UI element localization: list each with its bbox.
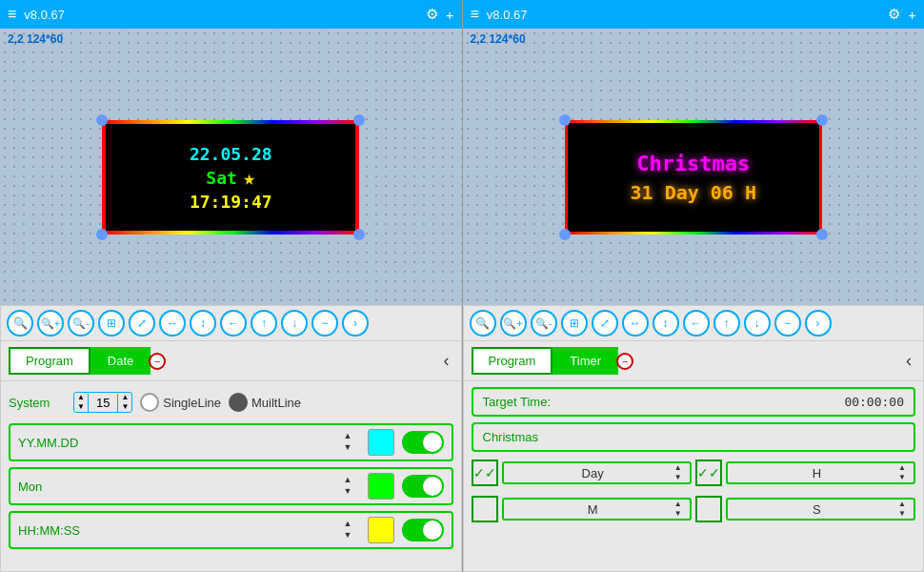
mon-toggle[interactable] (402, 475, 444, 498)
left-tab-delete[interactable]: − (149, 353, 166, 370)
r-expand-btn[interactable]: ⤢ (592, 310, 618, 337)
system-up-arrow2[interactable]: ▲ (121, 393, 129, 402)
r-zoom-out-btn[interactable]: 🔍- (531, 310, 557, 337)
r-zoom-fit-btn[interactable]: 🔍 (470, 310, 496, 337)
m-unit-cell: M ▲ ▼ (502, 498, 692, 521)
h-expand-btn[interactable]: ↔ (159, 310, 186, 337)
r-move-down-btn[interactable]: ↓ (744, 310, 771, 337)
r-minus-btn[interactable]: − (774, 310, 801, 337)
main-display-area: 2,2 124*60 22.05.28 Sat ★ 17:19:47 2, (0, 29, 924, 305)
settings-icon-right[interactable]: ⚙ (888, 6, 900, 23)
time-label: HH:MM:SS (18, 523, 336, 538)
m-down[interactable]: ▼ (674, 509, 682, 519)
left-toolbar: 🔍 🔍+ 🔍- ⊞ ⤢ ↔ ↕ ← ↑ ↓ − › (1, 306, 461, 341)
r-move-up-btn[interactable]: ↑ (713, 310, 740, 337)
date-color-swatch[interactable] (368, 429, 394, 456)
system-down-arrow2[interactable]: ▼ (121, 402, 129, 412)
date-toggle[interactable] (402, 431, 444, 454)
system-spinner-arrows2[interactable]: ▲ ▼ (118, 393, 131, 411)
v-expand-btn[interactable]: ↕ (190, 310, 216, 337)
system-down-arrow[interactable]: ▼ (77, 402, 85, 412)
zoom-fit-btn[interactable]: 🔍 (7, 310, 33, 337)
right-m-s-row: M ▲ ▼ S ▲ ▼ (472, 494, 916, 524)
h-arrows[interactable]: ▲ ▼ (898, 463, 906, 483)
r-h-expand-btn[interactable]: ↔ (622, 310, 649, 337)
right-toolbar: 🔍 🔍+ 🔍- ⊞ ⤢ ↔ ↕ ← ↑ ↓ − › (464, 306, 924, 341)
r-next-btn[interactable]: › (805, 310, 832, 337)
right-timer-tab[interactable]: Timer (552, 347, 618, 375)
target-time-value: 00:00:00 (844, 395, 904, 409)
next-btn[interactable]: › (342, 310, 369, 337)
h-up[interactable]: ▲ (898, 463, 906, 473)
add-icon-right[interactable]: + (908, 7, 916, 23)
corner-dot-tl-r (559, 114, 571, 126)
day-down[interactable]: ▼ (674, 473, 682, 482)
minus-btn[interactable]: − (311, 310, 338, 337)
left-program-tab[interactable]: Program (9, 347, 90, 375)
mon-arrows[interactable]: ▲ ▼ (344, 475, 352, 497)
zoom-in-btn[interactable]: 🔍+ (37, 310, 64, 337)
expand-btn[interactable]: ⤢ (129, 310, 155, 337)
left-date-tab[interactable]: Date (90, 347, 151, 375)
s-up[interactable]: ▲ (898, 500, 906, 509)
system-spinner-arrows[interactable]: ▲ ▼ (74, 393, 88, 411)
m-arrows[interactable]: ▲ ▼ (674, 500, 682, 520)
zoom-out-btn[interactable]: 🔍- (68, 310, 94, 337)
right-program-tab[interactable]: Program (472, 347, 553, 375)
date-format-up[interactable]: ▲ (344, 431, 352, 442)
mult-line-radio[interactable] (229, 393, 248, 412)
day-up[interactable]: ▲ (674, 463, 682, 473)
s-arrows[interactable]: ▲ ▼ (898, 500, 906, 520)
left-tab-row: Program Date − ‹ (1, 341, 461, 381)
date-format-arrows[interactable]: ▲ ▼ (344, 431, 352, 453)
system-up-arrow[interactable]: ▲ (77, 393, 85, 402)
left-system-row: System ▲ ▼ 15 ▲ ▼ SingleLine (9, 387, 453, 418)
time-up[interactable]: ▲ (344, 519, 352, 530)
mon-down[interactable]: ▼ (344, 486, 352, 498)
mon-up[interactable]: ▲ (344, 475, 352, 486)
left-display-day: Sat ★ (206, 166, 255, 190)
mon-color-swatch[interactable] (368, 473, 394, 500)
right-tab-collapse[interactable]: ‹ (902, 351, 915, 371)
move-left-btn[interactable]: ← (220, 310, 247, 337)
m-checkbox[interactable] (472, 496, 498, 522)
left-led-outer: 22.05.28 Sat ★ 17:19:47 (102, 120, 359, 235)
time-toggle[interactable] (402, 519, 444, 541)
left-tab-collapse[interactable]: ‹ (440, 351, 453, 371)
r-zoom-in-btn[interactable]: 🔍+ (500, 310, 527, 337)
move-down-btn[interactable]: ↓ (281, 310, 308, 337)
star-icon: ★ (243, 166, 255, 190)
r-grid-btn[interactable]: ⊞ (561, 310, 588, 337)
grid-btn[interactable]: ⊞ (98, 310, 125, 337)
h-down[interactable]: ▼ (898, 473, 906, 482)
left-led-wrapper: 22.05.28 Sat ★ 17:19:47 (0, 50, 462, 305)
day-arrows[interactable]: ▲ ▼ (674, 463, 682, 483)
time-arrows[interactable]: ▲ ▼ (344, 519, 352, 541)
settings-icon-left[interactable]: ⚙ (426, 6, 438, 23)
bottom-control-area: 🔍 🔍+ 🔍- ⊞ ⤢ ↔ ↕ ← ↑ ↓ − › Program Date −… (0, 305, 924, 572)
system-spinner[interactable]: ▲ ▼ 15 ▲ ▼ (73, 392, 132, 412)
date-format-down[interactable]: ▼ (344, 442, 352, 454)
s-down[interactable]: ▼ (898, 509, 906, 519)
right-settings-area: Target Time: 00:00:00 Christmas ✓ Day ▲ … (464, 381, 924, 571)
timer-name-input[interactable]: Christmas (472, 422, 916, 452)
day-unit-cell: Day ▲ ▼ (502, 461, 692, 485)
single-line-radio[interactable] (140, 393, 159, 412)
time-down[interactable]: ▼ (344, 530, 352, 541)
left-top-bar: ≡ v8.0.67 ⚙ + (0, 0, 462, 29)
right-tab-delete[interactable]: − (616, 353, 633, 370)
m-up[interactable]: ▲ (674, 500, 682, 509)
r-move-left-btn[interactable]: ← (683, 310, 710, 337)
time-color-swatch[interactable] (368, 517, 394, 543)
add-icon-left[interactable]: + (446, 7, 454, 23)
h-checkbox[interactable]: ✓ (695, 460, 722, 486)
s-checkbox[interactable] (695, 496, 722, 522)
left-display-time: 17:19:47 (190, 192, 272, 212)
menu-icon[interactable]: ≡ (8, 6, 16, 23)
left-version: v8.0.67 (24, 8, 65, 22)
r-v-expand-btn[interactable]: ↕ (653, 310, 679, 337)
menu-icon-right[interactable]: ≡ (471, 6, 479, 23)
day-checkbox[interactable]: ✓ (472, 460, 498, 486)
move-up-btn[interactable]: ↑ (251, 310, 277, 337)
left-settings-area: System ▲ ▼ 15 ▲ ▼ SingleLine (1, 381, 461, 571)
